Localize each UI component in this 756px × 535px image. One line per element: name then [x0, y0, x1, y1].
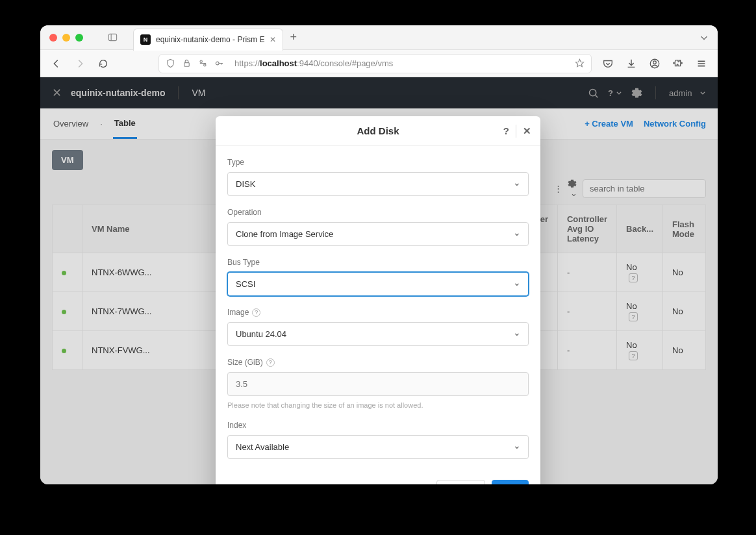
account-icon[interactable]	[648, 56, 662, 71]
label-index: Index	[227, 421, 529, 430]
browser-tab[interactable]: N equinix-nutanix-demo - Prism E ✕	[133, 29, 283, 51]
modal-help-icon[interactable]: ?	[503, 125, 509, 136]
modal-close-icon[interactable]: ✕	[523, 125, 531, 137]
lock-icon	[182, 58, 192, 68]
select-bus-type[interactable]: SCSI	[227, 272, 529, 296]
add-button[interactable]: Add	[492, 480, 529, 484]
window-controls	[49, 34, 83, 42]
extensions-icon[interactable]	[671, 56, 685, 71]
svg-rect-0	[108, 34, 116, 40]
shield-icon	[166, 58, 175, 68]
cancel-button[interactable]: Cancel	[436, 480, 485, 484]
minimize-window-icon[interactable]	[62, 34, 70, 42]
select-operation[interactable]: Clone from Image Service	[227, 222, 529, 246]
back-button[interactable]	[49, 56, 64, 71]
tab-favicon: N	[140, 34, 151, 45]
tab-title: equinix-nutanix-demo - Prism E	[156, 35, 264, 44]
size-hint: Please note that changing the size of an…	[227, 401, 529, 409]
sidebar-toggle-icon[interactable]	[108, 32, 118, 42]
permissions-icon	[198, 58, 208, 68]
label-type: Type	[227, 158, 529, 167]
svg-point-3	[200, 60, 202, 62]
label-image: Image?	[227, 308, 529, 317]
bookmark-icon[interactable]	[575, 58, 585, 68]
help-icon[interactable]: ?	[266, 358, 275, 367]
help-icon[interactable]: ?	[252, 308, 260, 317]
svg-point-10	[653, 60, 657, 64]
browser-toolbar: https://localhost:9440/console/#page/vms	[40, 50, 718, 77]
url-bar[interactable]: https://localhost:9440/console/#page/vms	[158, 54, 592, 73]
titlebar-chevron-icon[interactable]	[699, 33, 709, 42]
new-tab-button[interactable]: +	[290, 31, 297, 44]
label-size: Size (GiB)?	[227, 358, 529, 367]
forward-button[interactable]	[73, 56, 87, 71]
pocket-icon[interactable]	[601, 56, 615, 71]
label-bus-type: Bus Type	[227, 258, 529, 267]
select-index[interactable]: Next Available	[227, 435, 529, 459]
reload-button[interactable]	[96, 56, 110, 71]
close-tab-icon[interactable]: ✕	[270, 35, 276, 44]
add-disk-modal: Add Disk ? ✕ Type DISK Operation Clone f…	[216, 116, 540, 484]
svg-rect-2	[184, 63, 190, 67]
browser-titlebar: N equinix-nutanix-demo - Prism E ✕ +	[40, 25, 718, 50]
url-text: https://localhost:9440/console/#page/vms	[234, 58, 568, 68]
svg-point-4	[204, 64, 206, 66]
maximize-window-icon[interactable]	[75, 34, 83, 42]
modal-title: Add Disk	[357, 125, 399, 136]
key-icon	[214, 58, 224, 68]
svg-point-6	[216, 62, 219, 65]
downloads-icon[interactable]	[624, 56, 638, 71]
menu-icon[interactable]	[694, 56, 709, 71]
select-type[interactable]: DISK	[227, 172, 529, 196]
label-operation: Operation	[227, 208, 529, 217]
close-window-icon[interactable]	[49, 34, 57, 42]
input-size	[227, 372, 529, 396]
select-image[interactable]: Ubuntu 24.04	[227, 322, 529, 346]
